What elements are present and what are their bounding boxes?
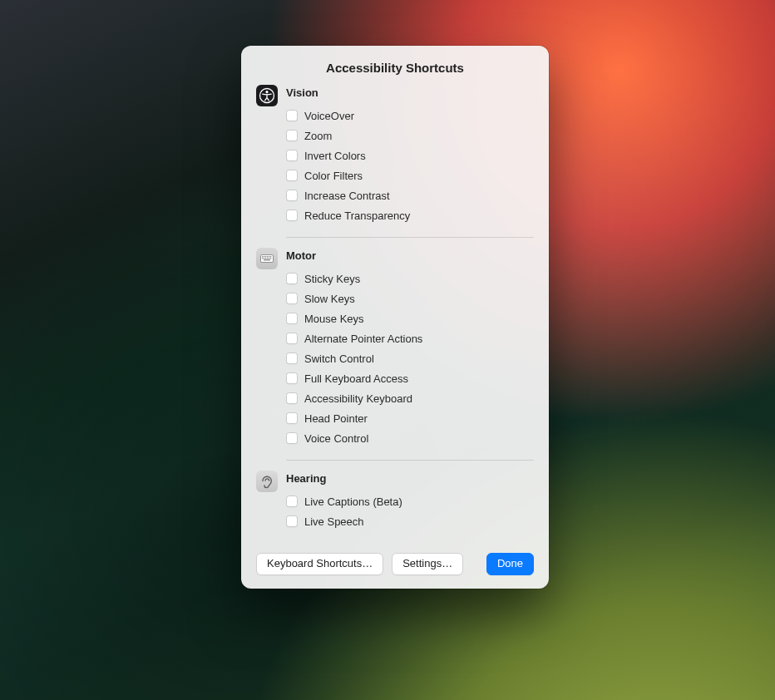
item-full-keyboard-access[interactable]: Full Keyboard Access <box>286 368 534 388</box>
section-heading: Vision <box>286 86 534 99</box>
item-label: Full Keyboard Access <box>304 372 408 385</box>
keyboard-icon <box>256 248 278 269</box>
section-divider <box>286 237 534 238</box>
ear-icon <box>256 471 278 492</box>
svg-rect-13 <box>269 258 269 259</box>
item-increase-contrast[interactable]: Increase Contrast <box>286 185 534 205</box>
checkbox[interactable] <box>286 293 298 304</box>
svg-rect-7 <box>269 256 269 257</box>
checkbox[interactable] <box>286 392 298 404</box>
item-sticky-keys[interactable]: Sticky Keys <box>286 269 534 288</box>
item-zoom[interactable]: Zoom <box>286 126 534 145</box>
item-voiceover[interactable]: VoiceOver <box>286 106 534 126</box>
svg-rect-9 <box>262 258 263 259</box>
checkbox[interactable] <box>286 495 298 507</box>
checkbox[interactable] <box>286 273 298 284</box>
svg-rect-12 <box>267 258 268 259</box>
item-label: Invert Colors <box>304 150 366 162</box>
item-label: VoiceOver <box>304 110 354 122</box>
item-color-filters[interactable]: Color Filters <box>286 165 534 185</box>
item-slow-keys[interactable]: Slow Keys <box>286 288 534 308</box>
item-label: Live Captions (Beta) <box>304 495 402 508</box>
svg-rect-6 <box>267 256 268 257</box>
checkbox[interactable] <box>286 313 298 324</box>
item-head-pointer[interactable]: Head Pointer <box>286 408 534 428</box>
checkbox[interactable] <box>286 150 298 161</box>
svg-rect-14 <box>270 258 271 259</box>
svg-rect-3 <box>262 256 263 257</box>
svg-rect-15 <box>264 259 270 260</box>
item-voice-control[interactable]: Voice Control <box>286 428 534 448</box>
accessibility-shortcuts-panel: Accessibility Shortcuts Vision VoiceOver… <box>241 46 549 589</box>
item-label: Live Speech <box>304 515 364 528</box>
section-heading: Hearing <box>286 472 534 485</box>
item-label: Switch Control <box>304 352 374 365</box>
item-label: Slow Keys <box>304 293 355 305</box>
item-label: Voice Control <box>304 432 368 445</box>
item-label: Zoom <box>304 130 332 142</box>
item-invert-colors[interactable]: Invert Colors <box>286 145 534 165</box>
item-alternate-pointer-actions[interactable]: Alternate Pointer Actions <box>286 328 534 348</box>
checkbox[interactable] <box>286 170 298 181</box>
section-vision: Vision VoiceOver Zoom Invert Colors Colo… <box>256 86 534 232</box>
svg-point-1 <box>265 91 268 93</box>
section-heading: Motor <box>286 249 534 262</box>
svg-rect-10 <box>264 258 264 259</box>
item-reduce-transparency[interactable]: Reduce Transparency <box>286 205 534 225</box>
panel-footer: Keyboard Shortcuts… Settings… Done <box>256 553 534 575</box>
svg-rect-11 <box>265 258 266 259</box>
section-motor: Motor Sticky Keys Slow Keys Mouse Keys A… <box>256 249 534 455</box>
item-label: Color Filters <box>304 170 363 182</box>
item-label: Head Pointer <box>304 412 368 425</box>
checkbox[interactable] <box>286 372 298 384</box>
section-hearing: Hearing Live Captions (Beta) Live Speech <box>256 472 534 538</box>
checkbox[interactable] <box>286 333 298 344</box>
checkbox[interactable] <box>286 190 298 201</box>
checkbox[interactable] <box>286 110 298 121</box>
svg-rect-8 <box>270 256 271 257</box>
checkbox[interactable] <box>286 210 298 221</box>
item-label: Mouse Keys <box>304 313 364 325</box>
svg-rect-5 <box>265 256 266 257</box>
settings-button[interactable]: Settings… <box>392 553 463 575</box>
done-button[interactable]: Done <box>486 553 534 575</box>
item-label: Increase Contrast <box>304 190 390 202</box>
item-label: Reduce Transparency <box>304 210 410 222</box>
item-label: Sticky Keys <box>304 273 360 285</box>
section-divider <box>286 460 534 461</box>
item-live-speech[interactable]: Live Speech <box>286 511 534 531</box>
checkbox[interactable] <box>286 432 298 444</box>
item-label: Alternate Pointer Actions <box>304 333 422 345</box>
panel-title: Accessibility Shortcuts <box>256 61 534 75</box>
checkbox[interactable] <box>286 352 298 364</box>
svg-rect-4 <box>264 256 264 257</box>
accessibility-icon <box>256 85 278 106</box>
checkbox[interactable] <box>286 130 298 141</box>
keyboard-shortcuts-button[interactable]: Keyboard Shortcuts… <box>256 553 383 575</box>
item-accessibility-keyboard[interactable]: Accessibility Keyboard <box>286 388 534 408</box>
checkbox[interactable] <box>286 515 298 527</box>
item-live-captions[interactable]: Live Captions (Beta) <box>286 491 534 511</box>
item-label: Accessibility Keyboard <box>304 392 412 405</box>
item-switch-control[interactable]: Switch Control <box>286 348 534 368</box>
item-mouse-keys[interactable]: Mouse Keys <box>286 308 534 328</box>
checkbox[interactable] <box>286 412 298 424</box>
